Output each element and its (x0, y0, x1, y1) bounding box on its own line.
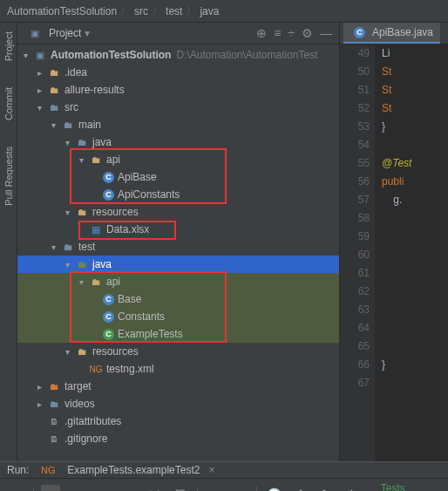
test-folder-icon: 🖿 (75, 258, 89, 270)
arrow-down-icon: ▾ (63, 260, 71, 269)
arrow-right-icon: ▸ (35, 382, 44, 392)
run-tab-name[interactable]: ExampleTests.exampleTest2 (67, 464, 200, 476)
tree-test[interactable]: ▾ 🖿 test (17, 238, 339, 256)
tree-main-api[interactable]: ▾ 🖿 api (17, 151, 339, 168)
run-label: Run: (7, 464, 29, 476)
left-sidebar: Project Commit Pull Requests (0, 23, 17, 461)
tree-videos[interactable]: ▸ 🖿 videos (17, 395, 339, 413)
breadcrumb-root[interactable]: AutomationTestSolution (7, 5, 117, 17)
hide-icon[interactable]: — (320, 26, 332, 40)
arrow-down-icon: ▾ (35, 103, 44, 113)
tree-data-xlsx[interactable]: ▦ Data.xlsx (17, 221, 339, 238)
tree-label: ApiConstants (118, 188, 180, 201)
tree-allure[interactable]: ▸ 🖿 allure-results (17, 81, 339, 99)
tree-target[interactable]: ▸ 🖿 target (17, 378, 339, 395)
folder-icon: 🖿 (47, 84, 61, 96)
folder-icon: 🖿 (61, 119, 75, 131)
code-line: g. (382, 191, 448, 209)
code-line (382, 301, 448, 319)
tree-label: Base (118, 293, 141, 305)
next-icon[interactable]: ↓ (231, 485, 250, 491)
tests-passed: ✓ Tests passed (369, 482, 441, 491)
tree-root[interactable]: ▾ ▣ AutomationTestSolution D:\Automation… (17, 46, 339, 64)
tree-gitignore[interactable]: 🗎 .gitignore (17, 430, 339, 447)
dropdown-arrow-icon[interactable]: ▾ (85, 27, 90, 39)
tree-test-resources[interactable]: ▾ 🖿 resources (17, 343, 339, 360)
show-passed-icon[interactable]: ✓ (41, 485, 60, 491)
package-icon: 🖿 (89, 153, 103, 166)
resources-folder-icon: 🖿 (75, 345, 89, 358)
tree-src[interactable]: ▾ 🖿 src (17, 99, 339, 116)
breadcrumb: AutomationTestSolution 〉 src 〉 test 〉 ja… (0, 0, 448, 23)
tree-testng[interactable]: NG testng.xml (17, 360, 339, 378)
target-folder-icon: 🖿 (47, 380, 61, 392)
chevron-right-icon: 〉 (152, 3, 162, 18)
tree-apibase[interactable]: C ApiBase (17, 168, 339, 186)
sort-icon[interactable]: ↓≡ (92, 485, 112, 491)
tree-gitattributes[interactable]: 🗎 .gitattributes (17, 413, 339, 430)
run-panel: Run: NG ExampleTests.exampleTest2 × ▶ ✓ … (0, 461, 448, 491)
code-line: St (382, 99, 448, 118)
folder-icon: 🖿 (47, 398, 61, 410)
tree-label: target (64, 380, 92, 392)
breadcrumb-src[interactable]: src (134, 5, 148, 17)
expand-all-icon[interactable]: ≡ (274, 26, 281, 40)
history-icon[interactable]: 🕘 (264, 485, 283, 491)
export-icon[interactable]: ⤵ (316, 485, 336, 491)
tab-pull-requests[interactable]: Pull Requests (3, 147, 14, 206)
tab-commit[interactable]: Commit (3, 87, 14, 120)
close-icon[interactable]: × (208, 464, 214, 476)
tree-label: java (92, 136, 112, 148)
sort-icon-2[interactable]: ↑≡ (119, 485, 138, 491)
folder-icon: 🖿 (47, 66, 61, 78)
breadcrumb-test[interactable]: test (166, 5, 182, 17)
tree-idea[interactable]: ▸ 🖿 .idea (17, 64, 339, 81)
tree-test-java[interactable]: ▾ 🖿 java (17, 256, 339, 273)
tree-path: D:\Automation\AutomationTest (176, 49, 317, 61)
settings-icon[interactable]: ⚙ (343, 485, 362, 491)
tree-label: testng.xml (106, 363, 154, 375)
arrow-down-icon: ▾ (63, 138, 71, 147)
tree-base[interactable]: C Base (17, 290, 339, 308)
xlsx-icon: ▦ (89, 223, 103, 235)
tree-exampletests[interactable]: C ExampleTests (17, 325, 339, 343)
arrow-down-icon: ▾ (63, 347, 71, 357)
gear-icon[interactable]: ⚙ (302, 26, 313, 40)
tree-test-api[interactable]: ▾ 🖿 api (17, 273, 339, 290)
code-area[interactable]: Li St St St } @Test publi g. } (375, 44, 448, 461)
class-icon: C (103, 172, 114, 183)
editor-tab-apibase[interactable]: C ApiBase.java (343, 23, 440, 44)
collapse-icon[interactable]: ⇱ (171, 485, 190, 491)
tree-constants[interactable]: C Constants (17, 308, 339, 325)
tree-label: api (106, 153, 120, 166)
editor-tabs: C ApiBase.java (340, 23, 448, 44)
tree-main-java[interactable]: ▾ 🖿 java (17, 133, 339, 151)
select-opened-file-icon[interactable]: ⊕ (256, 26, 267, 40)
run-button[interactable]: ▶ (7, 485, 26, 491)
file-icon: 🗎 (47, 415, 61, 427)
arrow-down-icon: ▾ (77, 277, 85, 287)
project-panel: ▣ Project ▾ ⊕ ≡ ÷ ⚙ — ▾ ▣ AutomationTest… (17, 23, 340, 461)
collapse-all-icon[interactable]: ÷ (288, 26, 295, 40)
tab-label: ApiBase.java (372, 26, 433, 38)
panel-title[interactable]: Project (49, 27, 81, 39)
show-ignored-icon[interactable]: ⊘ (67, 485, 86, 491)
import-icon[interactable]: ⤴ (290, 485, 309, 491)
tree-main[interactable]: ▾ 🖿 main (17, 116, 339, 133)
class-icon: C (354, 27, 365, 38)
tab-project[interactable]: Project (3, 31, 14, 61)
tree-label: java (92, 258, 112, 270)
project-icon: ▣ (28, 27, 42, 39)
breadcrumb-java[interactable]: java (200, 5, 219, 17)
tree-apiconstants[interactable]: C ApiConstants (17, 186, 339, 203)
prev-icon[interactable]: ↑ (205, 485, 224, 491)
code-line (382, 246, 448, 264)
tree-label: videos (64, 398, 95, 410)
folder-icon: 🖿 (75, 136, 89, 148)
expand-icon[interactable]: ⇲ (145, 485, 164, 491)
tree-label: AutomationTestSolution (51, 49, 171, 61)
tree-main-resources[interactable]: ▾ 🖿 resources (17, 203, 339, 221)
tree-label: .gitattributes (64, 415, 121, 427)
tree-label: test (78, 241, 95, 253)
panel-header: ▣ Project ▾ ⊕ ≡ ÷ ⚙ — (17, 23, 339, 44)
